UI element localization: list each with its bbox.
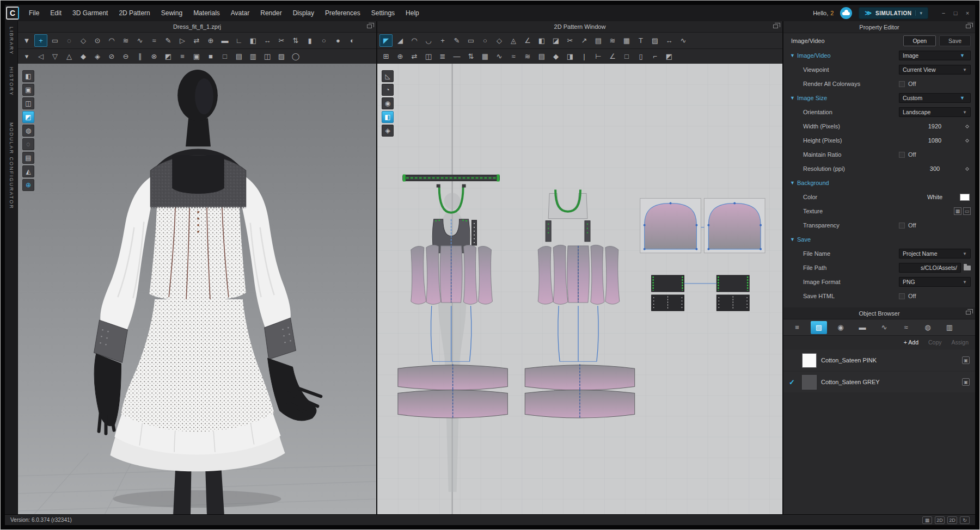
- shirring-icon[interactable]: ≋: [606, 34, 619, 47]
- detail-sewing-icon[interactable]: ▷: [176, 34, 189, 47]
- pattern-skirt-bands[interactable]: [398, 364, 507, 418]
- material-item[interactable]: ✓ Cotton_Sateen GREY ▣: [783, 372, 975, 392]
- edit-sewing-icon[interactable]: ✎: [162, 34, 175, 47]
- flatten-icon[interactable]: ◧: [247, 34, 260, 47]
- free-sewing-icon[interactable]: ≈: [148, 34, 161, 47]
- select-lasso-icon[interactable]: ◌: [63, 34, 76, 47]
- comment-icon[interactable]: □: [620, 50, 633, 63]
- pen-rectangle-icon[interactable]: ▭: [464, 34, 477, 47]
- layers-icon[interactable]: ≣: [436, 50, 449, 63]
- maintain-ratio-checkbox[interactable]: [899, 152, 905, 158]
- print-layout-icon[interactable]: ▯: [634, 50, 647, 63]
- buttonhole-icon[interactable]: ◈: [91, 50, 104, 63]
- folder-browse-icon[interactable]: [964, 266, 971, 270]
- menu-item[interactable]: File: [23, 9, 45, 17]
- pressure-icon[interactable]: ▣: [190, 50, 203, 63]
- material-swatch[interactable]: [802, 353, 817, 368]
- trim-tab-icon[interactable]: ▥: [941, 321, 958, 334]
- avatar-xray-icon[interactable]: ◭: [22, 165, 34, 177]
- garment-texture-icon[interactable]: ◫: [22, 97, 34, 109]
- refresh-icon[interactable]: ↻: [960, 516, 970, 524]
- measure-icon[interactable]: ↔: [261, 34, 274, 47]
- edit-pattern-icon[interactable]: ◢: [394, 34, 407, 47]
- solidify-icon[interactable]: ■: [204, 50, 217, 63]
- collapse-arrow-icon[interactable]: ▼: [790, 237, 797, 242]
- fit-tape-icon[interactable]: ∟: [232, 34, 246, 47]
- add-point-icon[interactable]: +: [436, 34, 449, 47]
- menu-item[interactable]: Preferences: [320, 9, 366, 17]
- grain-line-icon[interactable]: ⇅: [289, 34, 302, 47]
- graphic-tab-icon[interactable]: ◉: [832, 321, 849, 334]
- menu-item[interactable]: Help: [400, 9, 425, 17]
- menu-item[interactable]: Edit: [45, 9, 67, 17]
- cloud-sync-icon[interactable]: [840, 7, 852, 19]
- image-size-dropdown[interactable]: Custom▼: [899, 93, 971, 103]
- texture-3d-icon[interactable]: ▨: [275, 50, 288, 63]
- avatar-texture-icon[interactable]: ◌: [22, 138, 34, 150]
- show-avatar-icon[interactable]: ○: [317, 34, 330, 47]
- edit-curvature-icon[interactable]: ◠: [408, 34, 421, 47]
- add-material-button[interactable]: + Add: [904, 339, 918, 346]
- ruler-icon[interactable]: ⌐: [648, 50, 661, 63]
- zoom-icon[interactable]: ⊕: [394, 50, 407, 63]
- expand-icon[interactable]: ↗: [578, 34, 591, 47]
- show-style-icon[interactable]: ◯: [289, 50, 302, 63]
- detach-window-icon[interactable]: [966, 311, 971, 315]
- grainline-icon[interactable]: ⇅: [464, 50, 477, 63]
- file-name-dropdown[interactable]: Project Name▼: [899, 249, 971, 258]
- pan-icon[interactable]: ⊞: [379, 50, 393, 63]
- fold-3d-icon[interactable]: ◩: [162, 50, 175, 63]
- transform-pattern-icon[interactable]: ◇: [77, 34, 90, 47]
- wind-icon[interactable]: ≋: [119, 34, 132, 47]
- render-all-colorways-checkbox[interactable]: [899, 81, 905, 87]
- detach-window-icon[interactable]: [773, 24, 778, 28]
- viewpoint-dropdown[interactable]: Current View▼: [899, 65, 971, 75]
- guideline-icon[interactable]: |: [578, 50, 591, 63]
- copy-material-button[interactable]: Copy: [928, 339, 942, 346]
- maximize-button[interactable]: □: [950, 8, 961, 19]
- notch-icon[interactable]: ◬: [507, 34, 520, 47]
- sewing-2d-icon[interactable]: ∿: [677, 34, 690, 47]
- seam-allowance-icon[interactable]: ∠: [521, 34, 534, 47]
- avatar-tape-icon[interactable]: ▬: [218, 34, 231, 47]
- collapse-arrow-icon[interactable]: ▼: [790, 180, 797, 186]
- dart-icon[interactable]: ◇: [493, 34, 506, 47]
- clo-logo[interactable]: C: [6, 7, 19, 20]
- canvas-3d[interactable]: ◧▣◫◩◍◌▤◭⊕: [18, 64, 376, 514]
- pan-side-icon[interactable]: ◔: [382, 84, 394, 96]
- zipper-icon[interactable]: ⊖: [119, 50, 132, 63]
- pin-icon[interactable]: ⊙: [91, 34, 104, 47]
- save-html-checkbox[interactable]: [899, 293, 905, 299]
- pen-polygon-icon[interactable]: ✎: [450, 34, 463, 47]
- sync-view-icon[interactable]: ⇄: [408, 50, 421, 63]
- snapshot-icon[interactable]: ◧: [22, 70, 34, 82]
- button-tab-icon[interactable]: ▬: [854, 321, 871, 334]
- measure-2d-icon[interactable]: ↔: [663, 34, 676, 47]
- shirr-2d-icon[interactable]: ≋: [521, 50, 534, 63]
- hide-3d-icon[interactable]: ◫: [261, 50, 274, 63]
- tab-3d-project[interactable]: Dress_fit_fl_1.zprj: [18, 21, 376, 32]
- menu-item[interactable]: Render: [255, 9, 287, 17]
- show-garment-icon[interactable]: ●: [332, 34, 345, 47]
- strengthen-icon[interactable]: ▥: [247, 50, 260, 63]
- orientation-dropdown[interactable]: Landscape▼: [899, 107, 971, 117]
- material-options-icon[interactable]: ▣: [962, 356, 970, 364]
- canvas-2d[interactable]: ◺◔◉◧◈: [377, 64, 782, 514]
- trace-icon[interactable]: ◪: [549, 34, 562, 47]
- binding-icon[interactable]: ⊗: [148, 50, 161, 63]
- cut-sew-icon[interactable]: ✂: [564, 34, 577, 47]
- viewport-layout-icon[interactable]: ▦: [922, 516, 932, 524]
- baseline-icon[interactable]: —: [450, 50, 463, 63]
- steam-icon[interactable]: ≡: [176, 50, 189, 63]
- section-background[interactable]: ▼ Background: [783, 176, 975, 190]
- garment-thick-texture-icon[interactable]: ▣: [22, 84, 34, 96]
- arrangement-points-icon[interactable]: ▽: [48, 50, 62, 63]
- minimize-button[interactable]: −: [938, 8, 949, 19]
- topstitch-tab-icon[interactable]: ∿: [876, 321, 892, 334]
- texture-side-icon[interactable]: ◧: [382, 111, 394, 123]
- swap-sewing-icon[interactable]: ⇄: [190, 34, 203, 47]
- menu-item[interactable]: Settings: [366, 9, 400, 17]
- render-icon[interactable]: ◐: [346, 34, 359, 47]
- list-menu-icon[interactable]: ≡: [789, 321, 805, 334]
- menu-item[interactable]: Display: [287, 9, 320, 17]
